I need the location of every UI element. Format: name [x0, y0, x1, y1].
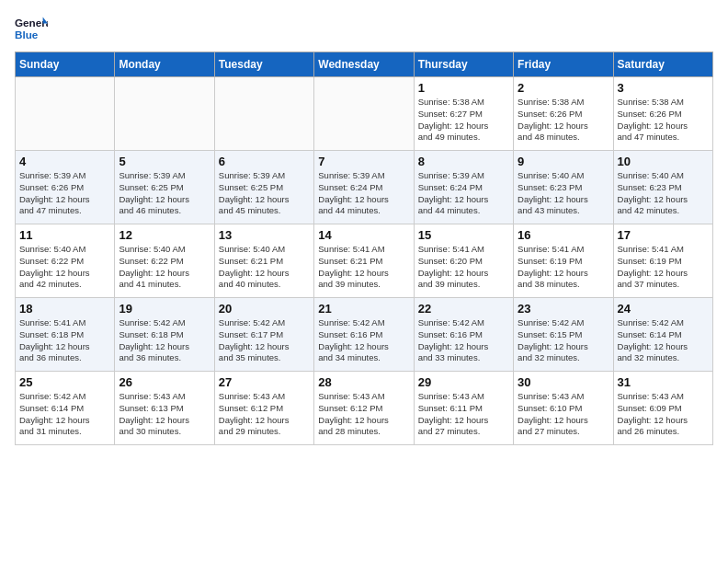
- calendar-day-9: 9Sunrise: 5:40 AM Sunset: 6:23 PM Daylig…: [514, 151, 613, 224]
- day-header-tuesday: Tuesday: [214, 52, 313, 77]
- day-info: Sunrise: 5:38 AM Sunset: 6:27 PM Dayligh…: [418, 97, 509, 144]
- day-info: Sunrise: 5:42 AM Sunset: 6:18 PM Dayligh…: [119, 317, 210, 364]
- logo: General Blue: [15, 15, 48, 42]
- calendar-day-31: 31Sunrise: 5:43 AM Sunset: 6:09 PM Dayli…: [613, 372, 712, 445]
- day-info: Sunrise: 5:43 AM Sunset: 6:09 PM Dayligh…: [618, 391, 709, 438]
- day-info: Sunrise: 5:39 AM Sunset: 6:26 PM Dayligh…: [19, 170, 110, 217]
- day-header-wednesday: Wednesday: [314, 52, 414, 77]
- day-number: 9: [518, 155, 609, 168]
- day-info: Sunrise: 5:42 AM Sunset: 6:16 PM Dayligh…: [418, 317, 509, 364]
- day-info: Sunrise: 5:43 AM Sunset: 6:13 PM Dayligh…: [119, 391, 210, 438]
- day-number: 18: [19, 302, 110, 316]
- day-number: 14: [318, 228, 409, 242]
- day-info: Sunrise: 5:39 AM Sunset: 6:24 PM Dayligh…: [418, 170, 509, 217]
- day-number: 15: [418, 228, 509, 242]
- day-number: 31: [618, 375, 709, 389]
- day-number: 6: [219, 155, 310, 168]
- day-info: Sunrise: 5:42 AM Sunset: 6:15 PM Dayligh…: [518, 317, 609, 364]
- day-number: 8: [418, 155, 509, 168]
- day-info: Sunrise: 5:41 AM Sunset: 6:21 PM Dayligh…: [318, 244, 409, 291]
- calendar-day-23: 23Sunrise: 5:42 AM Sunset: 6:15 PM Dayli…: [514, 298, 613, 372]
- calendar-day-30: 30Sunrise: 5:43 AM Sunset: 6:10 PM Dayli…: [514, 372, 613, 445]
- calendar-day-3: 3Sunrise: 5:38 AM Sunset: 6:26 PM Daylig…: [613, 77, 712, 151]
- day-info: Sunrise: 5:42 AM Sunset: 6:16 PM Dayligh…: [318, 317, 409, 364]
- day-number: 30: [518, 375, 609, 389]
- day-info: Sunrise: 5:42 AM Sunset: 6:14 PM Dayligh…: [19, 391, 110, 438]
- calendar-week-4: 25Sunrise: 5:42 AM Sunset: 6:14 PM Dayli…: [16, 372, 713, 445]
- day-number: 22: [418, 302, 509, 316]
- page-header: General Blue: [15, 15, 713, 42]
- day-header-friday: Friday: [514, 52, 613, 77]
- day-number: 3: [618, 81, 709, 95]
- day-number: 13: [219, 228, 310, 242]
- day-number: 4: [19, 155, 110, 168]
- day-info: Sunrise: 5:40 AM Sunset: 6:22 PM Dayligh…: [119, 244, 210, 291]
- day-info: Sunrise: 5:40 AM Sunset: 6:23 PM Dayligh…: [618, 170, 709, 217]
- day-number: 5: [119, 155, 210, 168]
- day-info: Sunrise: 5:38 AM Sunset: 6:26 PM Dayligh…: [618, 97, 709, 144]
- svg-text:Blue: Blue: [15, 29, 39, 40]
- calendar-day-20: 20Sunrise: 5:42 AM Sunset: 6:17 PM Dayli…: [214, 298, 313, 372]
- day-info: Sunrise: 5:40 AM Sunset: 6:23 PM Dayligh…: [518, 170, 609, 217]
- day-info: Sunrise: 5:41 AM Sunset: 6:20 PM Dayligh…: [418, 244, 509, 291]
- calendar-day-17: 17Sunrise: 5:41 AM Sunset: 6:19 PM Dayli…: [613, 224, 712, 298]
- calendar-day-10: 10Sunrise: 5:40 AM Sunset: 6:23 PM Dayli…: [613, 151, 712, 224]
- calendar-day-5: 5Sunrise: 5:39 AM Sunset: 6:25 PM Daylig…: [115, 151, 214, 224]
- day-number: 28: [318, 375, 409, 389]
- day-info: Sunrise: 5:43 AM Sunset: 6:12 PM Dayligh…: [219, 391, 310, 438]
- day-number: 17: [618, 228, 709, 242]
- calendar-day-26: 26Sunrise: 5:43 AM Sunset: 6:13 PM Dayli…: [115, 372, 214, 445]
- calendar-day-27: 27Sunrise: 5:43 AM Sunset: 6:12 PM Dayli…: [214, 372, 313, 445]
- day-info: Sunrise: 5:39 AM Sunset: 6:25 PM Dayligh…: [119, 170, 210, 217]
- calendar-day-empty-0-0: [16, 77, 115, 151]
- day-header-monday: Monday: [115, 52, 214, 77]
- day-info: Sunrise: 5:42 AM Sunset: 6:14 PM Dayligh…: [618, 317, 709, 364]
- day-number: 11: [19, 228, 110, 242]
- day-header-saturday: Saturday: [613, 52, 712, 77]
- calendar-day-28: 28Sunrise: 5:43 AM Sunset: 6:12 PM Dayli…: [314, 372, 414, 445]
- day-number: 29: [418, 375, 509, 389]
- day-number: 20: [219, 302, 310, 316]
- day-number: 26: [119, 375, 210, 389]
- calendar-day-11: 11Sunrise: 5:40 AM Sunset: 6:22 PM Dayli…: [16, 224, 115, 298]
- day-header-thursday: Thursday: [414, 52, 513, 77]
- calendar-header-row: SundayMondayTuesdayWednesdayThursdayFrid…: [16, 52, 713, 77]
- calendar-week-0: 1Sunrise: 5:38 AM Sunset: 6:27 PM Daylig…: [16, 77, 713, 151]
- calendar-table: SundayMondayTuesdayWednesdayThursdayFrid…: [15, 52, 713, 445]
- day-number: 23: [518, 302, 609, 316]
- day-info: Sunrise: 5:43 AM Sunset: 6:10 PM Dayligh…: [518, 391, 609, 438]
- day-number: 1: [418, 81, 509, 95]
- calendar-day-empty-0-1: [115, 77, 214, 151]
- day-info: Sunrise: 5:42 AM Sunset: 6:17 PM Dayligh…: [219, 317, 310, 364]
- calendar-day-14: 14Sunrise: 5:41 AM Sunset: 6:21 PM Dayli…: [314, 224, 414, 298]
- calendar-day-4: 4Sunrise: 5:39 AM Sunset: 6:26 PM Daylig…: [16, 151, 115, 224]
- day-number: 7: [318, 155, 409, 168]
- day-info: Sunrise: 5:43 AM Sunset: 6:12 PM Dayligh…: [318, 391, 409, 438]
- day-info: Sunrise: 5:38 AM Sunset: 6:26 PM Dayligh…: [518, 97, 609, 144]
- calendar-day-18: 18Sunrise: 5:41 AM Sunset: 6:18 PM Dayli…: [16, 298, 115, 372]
- day-info: Sunrise: 5:41 AM Sunset: 6:19 PM Dayligh…: [518, 244, 609, 291]
- calendar-week-3: 18Sunrise: 5:41 AM Sunset: 6:18 PM Dayli…: [16, 298, 713, 372]
- calendar-day-6: 6Sunrise: 5:39 AM Sunset: 6:25 PM Daylig…: [214, 151, 313, 224]
- calendar-day-empty-0-3: [314, 77, 414, 151]
- calendar-day-15: 15Sunrise: 5:41 AM Sunset: 6:20 PM Dayli…: [414, 224, 513, 298]
- day-number: 12: [119, 228, 210, 242]
- logo-icon: General Blue: [15, 15, 48, 42]
- calendar-week-1: 4Sunrise: 5:39 AM Sunset: 6:26 PM Daylig…: [16, 151, 713, 224]
- day-info: Sunrise: 5:40 AM Sunset: 6:22 PM Dayligh…: [19, 244, 110, 291]
- calendar-day-22: 22Sunrise: 5:42 AM Sunset: 6:16 PM Dayli…: [414, 298, 513, 372]
- calendar-day-25: 25Sunrise: 5:42 AM Sunset: 6:14 PM Dayli…: [16, 372, 115, 445]
- day-info: Sunrise: 5:40 AM Sunset: 6:21 PM Dayligh…: [219, 244, 310, 291]
- day-info: Sunrise: 5:41 AM Sunset: 6:19 PM Dayligh…: [618, 244, 709, 291]
- day-info: Sunrise: 5:41 AM Sunset: 6:18 PM Dayligh…: [19, 317, 110, 364]
- calendar-day-7: 7Sunrise: 5:39 AM Sunset: 6:24 PM Daylig…: [314, 151, 414, 224]
- calendar-day-29: 29Sunrise: 5:43 AM Sunset: 6:11 PM Dayli…: [414, 372, 513, 445]
- day-number: 2: [518, 81, 609, 95]
- calendar-day-1: 1Sunrise: 5:38 AM Sunset: 6:27 PM Daylig…: [414, 77, 513, 151]
- calendar-day-21: 21Sunrise: 5:42 AM Sunset: 6:16 PM Dayli…: [314, 298, 414, 372]
- day-info: Sunrise: 5:43 AM Sunset: 6:11 PM Dayligh…: [418, 391, 509, 438]
- calendar-day-8: 8Sunrise: 5:39 AM Sunset: 6:24 PM Daylig…: [414, 151, 513, 224]
- calendar-day-2: 2Sunrise: 5:38 AM Sunset: 6:26 PM Daylig…: [514, 77, 613, 151]
- day-info: Sunrise: 5:39 AM Sunset: 6:25 PM Dayligh…: [219, 170, 310, 217]
- calendar-day-24: 24Sunrise: 5:42 AM Sunset: 6:14 PM Dayli…: [613, 298, 712, 372]
